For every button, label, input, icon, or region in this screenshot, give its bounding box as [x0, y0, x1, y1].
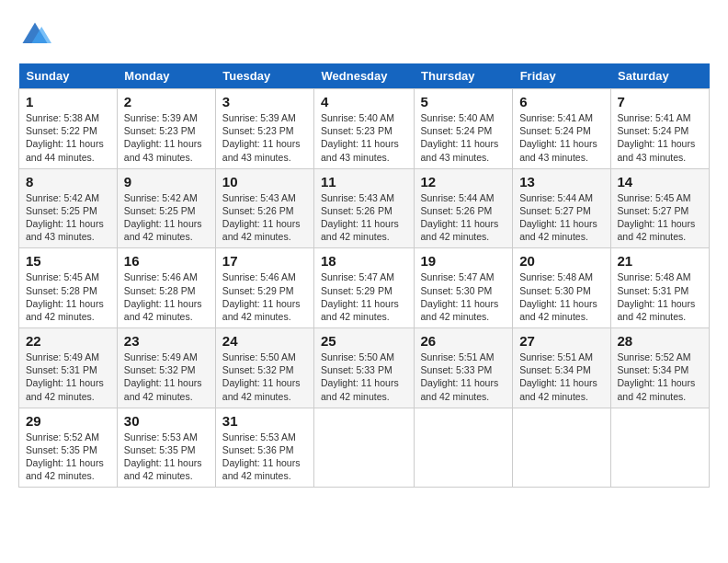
calendar-cell: 10Sunrise: 5:43 AM Sunset: 5:26 PM Dayli… — [215, 168, 313, 248]
day-number: 3 — [222, 94, 307, 109]
day-info: Sunrise: 5:45 AM Sunset: 5:27 PM Dayligh… — [618, 191, 702, 244]
day-info: Sunrise: 5:49 AM Sunset: 5:32 PM Dayligh… — [124, 350, 209, 403]
day-number: 12 — [421, 174, 506, 190]
calendar-cell: 11Sunrise: 5:43 AM Sunset: 5:26 PM Dayli… — [314, 168, 415, 248]
calendar-cell: 2Sunrise: 5:39 AM Sunset: 5:23 PM Daylig… — [117, 89, 215, 169]
calendar-col-monday: Monday — [117, 63, 215, 89]
day-number: 21 — [618, 253, 702, 269]
calendar-cell: 5Sunrise: 5:40 AM Sunset: 5:24 PM Daylig… — [414, 89, 513, 169]
day-number: 1 — [26, 94, 110, 109]
day-info: Sunrise: 5:51 AM Sunset: 5:33 PM Dayligh… — [421, 350, 506, 403]
calendar-cell: 29Sunrise: 5:52 AM Sunset: 5:35 PM Dayli… — [19, 408, 118, 488]
calendar-cell: 30Sunrise: 5:53 AM Sunset: 5:35 PM Dayli… — [117, 408, 215, 488]
day-number: 26 — [421, 333, 506, 349]
calendar-cell — [610, 408, 709, 488]
day-number: 30 — [124, 413, 209, 429]
day-info: Sunrise: 5:46 AM Sunset: 5:28 PM Dayligh… — [124, 270, 209, 323]
day-number: 7 — [618, 94, 702, 109]
day-info: Sunrise: 5:39 AM Sunset: 5:23 PM Dayligh… — [124, 111, 209, 164]
day-info: Sunrise: 5:48 AM Sunset: 5:31 PM Dayligh… — [618, 270, 702, 323]
day-info: Sunrise: 5:49 AM Sunset: 5:31 PM Dayligh… — [26, 350, 110, 403]
calendar-cell: 17Sunrise: 5:46 AM Sunset: 5:29 PM Dayli… — [215, 248, 313, 328]
calendar-col-saturday: Saturday — [610, 63, 709, 89]
calendar-cell: 4Sunrise: 5:40 AM Sunset: 5:23 PM Daylig… — [314, 89, 415, 169]
calendar-cell: 9Sunrise: 5:42 AM Sunset: 5:25 PM Daylig… — [117, 168, 215, 248]
day-info: Sunrise: 5:38 AM Sunset: 5:22 PM Dayligh… — [26, 111, 110, 164]
calendar-cell — [414, 408, 513, 488]
calendar-cell: 21Sunrise: 5:48 AM Sunset: 5:31 PM Dayli… — [610, 248, 709, 328]
calendar-col-sunday: Sunday — [19, 63, 118, 89]
calendar-col-thursday: Thursday — [414, 63, 513, 89]
calendar-week-row: 1Sunrise: 5:38 AM Sunset: 5:22 PM Daylig… — [19, 89, 710, 169]
calendar-cell: 3Sunrise: 5:39 AM Sunset: 5:23 PM Daylig… — [215, 89, 313, 169]
day-number: 5 — [421, 94, 506, 109]
day-info: Sunrise: 5:48 AM Sunset: 5:30 PM Dayligh… — [519, 270, 603, 323]
day-number: 2 — [124, 94, 209, 109]
calendar-cell: 15Sunrise: 5:45 AM Sunset: 5:28 PM Dayli… — [19, 248, 118, 328]
day-number: 13 — [519, 174, 603, 190]
day-number: 31 — [222, 413, 307, 429]
calendar-cell — [314, 408, 415, 488]
day-number: 20 — [519, 253, 603, 269]
day-number: 14 — [618, 174, 702, 190]
header — [18, 18, 710, 56]
day-info: Sunrise: 5:41 AM Sunset: 5:24 PM Dayligh… — [519, 111, 603, 164]
calendar-cell: 23Sunrise: 5:49 AM Sunset: 5:32 PM Dayli… — [117, 328, 215, 408]
day-info: Sunrise: 5:41 AM Sunset: 5:24 PM Dayligh… — [618, 111, 702, 164]
day-info: Sunrise: 5:52 AM Sunset: 5:34 PM Dayligh… — [618, 350, 702, 403]
calendar-table: SundayMondayTuesdayWednesdayThursdayFrid… — [18, 63, 710, 488]
calendar-week-row: 22Sunrise: 5:49 AM Sunset: 5:31 PM Dayli… — [19, 328, 710, 408]
calendar-col-tuesday: Tuesday — [215, 63, 313, 89]
day-info: Sunrise: 5:51 AM Sunset: 5:34 PM Dayligh… — [519, 350, 603, 403]
day-info: Sunrise: 5:40 AM Sunset: 5:24 PM Dayligh… — [421, 111, 506, 164]
calendar-col-friday: Friday — [513, 63, 610, 89]
day-number: 8 — [26, 174, 110, 190]
calendar-cell: 28Sunrise: 5:52 AM Sunset: 5:34 PM Dayli… — [610, 328, 709, 408]
day-number: 25 — [321, 333, 407, 349]
day-info: Sunrise: 5:53 AM Sunset: 5:36 PM Dayligh… — [222, 431, 307, 483]
day-number: 11 — [321, 174, 407, 190]
calendar-cell: 26Sunrise: 5:51 AM Sunset: 5:33 PM Dayli… — [414, 328, 513, 408]
day-number: 10 — [222, 174, 307, 190]
calendar-cell: 7Sunrise: 5:41 AM Sunset: 5:24 PM Daylig… — [610, 89, 709, 169]
day-info: Sunrise: 5:44 AM Sunset: 5:26 PM Dayligh… — [421, 191, 506, 244]
logo — [18, 18, 55, 52]
calendar-cell: 8Sunrise: 5:42 AM Sunset: 5:25 PM Daylig… — [19, 168, 118, 248]
calendar-cell: 13Sunrise: 5:44 AM Sunset: 5:27 PM Dayli… — [513, 168, 610, 248]
calendar-cell: 1Sunrise: 5:38 AM Sunset: 5:22 PM Daylig… — [19, 89, 118, 169]
calendar-cell: 14Sunrise: 5:45 AM Sunset: 5:27 PM Dayli… — [610, 168, 709, 248]
day-info: Sunrise: 5:46 AM Sunset: 5:29 PM Dayligh… — [222, 270, 307, 323]
calendar-col-wednesday: Wednesday — [314, 63, 415, 89]
day-number: 24 — [222, 333, 307, 349]
day-number: 23 — [124, 333, 209, 349]
calendar-cell: 19Sunrise: 5:47 AM Sunset: 5:30 PM Dayli… — [414, 248, 513, 328]
day-info: Sunrise: 5:42 AM Sunset: 5:25 PM Dayligh… — [26, 191, 110, 244]
day-info: Sunrise: 5:44 AM Sunset: 5:27 PM Dayligh… — [519, 191, 603, 244]
day-number: 15 — [26, 253, 110, 269]
day-number: 29 — [26, 413, 110, 429]
calendar-week-row: 15Sunrise: 5:45 AM Sunset: 5:28 PM Dayli… — [19, 248, 710, 328]
calendar-week-row: 29Sunrise: 5:52 AM Sunset: 5:35 PM Dayli… — [19, 408, 710, 488]
calendar-cell — [513, 408, 610, 488]
day-number: 6 — [519, 94, 603, 109]
calendar-cell: 12Sunrise: 5:44 AM Sunset: 5:26 PM Dayli… — [414, 168, 513, 248]
day-info: Sunrise: 5:53 AM Sunset: 5:35 PM Dayligh… — [124, 431, 209, 483]
day-number: 22 — [26, 333, 110, 349]
day-info: Sunrise: 5:39 AM Sunset: 5:23 PM Dayligh… — [222, 111, 307, 164]
day-info: Sunrise: 5:50 AM Sunset: 5:33 PM Dayligh… — [321, 350, 407, 403]
calendar-cell: 25Sunrise: 5:50 AM Sunset: 5:33 PM Dayli… — [314, 328, 415, 408]
day-info: Sunrise: 5:47 AM Sunset: 5:30 PM Dayligh… — [421, 270, 506, 323]
day-number: 27 — [519, 333, 603, 349]
day-info: Sunrise: 5:40 AM Sunset: 5:23 PM Dayligh… — [321, 111, 407, 164]
day-number: 4 — [321, 94, 407, 109]
day-info: Sunrise: 5:47 AM Sunset: 5:29 PM Dayligh… — [321, 270, 407, 323]
calendar-cell: 24Sunrise: 5:50 AM Sunset: 5:32 PM Dayli… — [215, 328, 313, 408]
calendar-cell: 22Sunrise: 5:49 AM Sunset: 5:31 PM Dayli… — [19, 328, 118, 408]
calendar-cell: 16Sunrise: 5:46 AM Sunset: 5:28 PM Dayli… — [117, 248, 215, 328]
day-info: Sunrise: 5:43 AM Sunset: 5:26 PM Dayligh… — [321, 191, 407, 244]
day-number: 9 — [124, 174, 209, 190]
day-number: 28 — [618, 333, 702, 349]
day-info: Sunrise: 5:42 AM Sunset: 5:25 PM Dayligh… — [124, 191, 209, 244]
day-info: Sunrise: 5:43 AM Sunset: 5:26 PM Dayligh… — [222, 191, 307, 244]
general-blue-icon — [18, 18, 51, 52]
